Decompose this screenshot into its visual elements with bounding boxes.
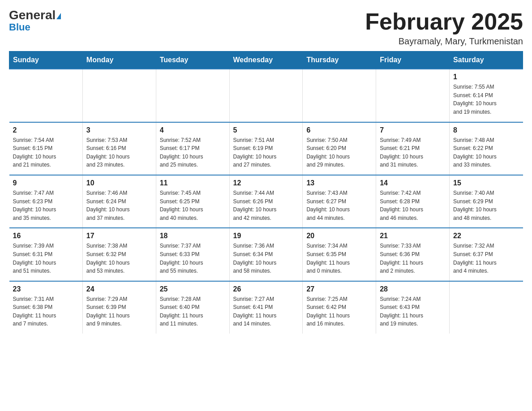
location: Bayramaly, Mary, Turkmenistan — [365, 36, 523, 47]
calendar-cell: 28Sunrise: 7:24 AMSunset: 6:43 PMDayligh… — [376, 281, 450, 334]
day-number: 5 — [233, 126, 299, 134]
col-thursday: Thursday — [303, 51, 376, 69]
day-info: Sunrise: 7:37 AMSunset: 6:33 PMDaylight:… — [160, 242, 226, 275]
day-number: 23 — [13, 285, 79, 293]
calendar-cell: 3Sunrise: 7:53 AMSunset: 6:16 PMDaylight… — [82, 122, 156, 175]
calendar-cell: 2Sunrise: 7:54 AMSunset: 6:15 PMDaylight… — [9, 122, 83, 175]
col-tuesday: Tuesday — [156, 51, 229, 69]
day-info: Sunrise: 7:25 AMSunset: 6:42 PMDaylight:… — [306, 295, 372, 328]
day-number: 17 — [86, 232, 152, 240]
day-info: Sunrise: 7:28 AMSunset: 6:40 PMDaylight:… — [160, 295, 226, 328]
day-info: Sunrise: 7:52 AMSunset: 6:17 PMDaylight:… — [160, 136, 226, 169]
day-number: 16 — [13, 232, 79, 240]
calendar-week-row: 16Sunrise: 7:39 AMSunset: 6:31 PMDayligh… — [9, 228, 523, 281]
day-info: Sunrise: 7:46 AMSunset: 6:24 PMDaylight:… — [86, 189, 152, 222]
day-info: Sunrise: 7:44 AMSunset: 6:26 PMDaylight:… — [233, 189, 299, 222]
day-number: 24 — [86, 285, 152, 293]
col-saturday: Saturday — [450, 51, 523, 69]
calendar-cell: 8Sunrise: 7:48 AMSunset: 6:22 PMDaylight… — [450, 122, 523, 175]
month-title: February 2025 — [365, 9, 523, 34]
calendar-cell: 24Sunrise: 7:29 AMSunset: 6:39 PMDayligh… — [82, 281, 156, 334]
calendar-cell: 9Sunrise: 7:47 AMSunset: 6:23 PMDaylight… — [9, 175, 83, 228]
day-info: Sunrise: 7:45 AMSunset: 6:25 PMDaylight:… — [160, 189, 226, 222]
col-friday: Friday — [376, 51, 450, 69]
day-number: 6 — [306, 126, 372, 134]
calendar-cell: 18Sunrise: 7:37 AMSunset: 6:33 PMDayligh… — [156, 228, 229, 281]
day-number: 9 — [13, 179, 79, 187]
day-info: Sunrise: 7:24 AMSunset: 6:43 PMDaylight:… — [380, 295, 446, 328]
day-info: Sunrise: 7:53 AMSunset: 6:16 PMDaylight:… — [86, 136, 152, 169]
day-info: Sunrise: 7:29 AMSunset: 6:39 PMDaylight:… — [86, 295, 152, 328]
day-number: 18 — [160, 232, 226, 240]
days-of-week-row: Sunday Monday Tuesday Wednesday Thursday… — [9, 51, 523, 69]
day-number: 27 — [306, 285, 372, 293]
day-number: 21 — [380, 232, 446, 240]
day-info: Sunrise: 7:47 AMSunset: 6:23 PMDaylight:… — [13, 189, 79, 222]
calendar-week-row: 1Sunrise: 7:55 AMSunset: 6:14 PMDaylight… — [9, 69, 523, 122]
calendar-header: Sunday Monday Tuesday Wednesday Thursday… — [9, 51, 523, 69]
day-info: Sunrise: 7:27 AMSunset: 6:41 PMDaylight:… — [233, 295, 299, 328]
day-info: Sunrise: 7:33 AMSunset: 6:36 PMDaylight:… — [380, 242, 446, 275]
logo-general: General — [9, 9, 61, 21]
day-number: 8 — [453, 126, 519, 134]
day-info: Sunrise: 7:49 AMSunset: 6:21 PMDaylight:… — [380, 136, 446, 169]
calendar-cell: 23Sunrise: 7:31 AMSunset: 6:38 PMDayligh… — [9, 281, 83, 334]
day-number: 11 — [160, 179, 226, 187]
calendar-cell: 21Sunrise: 7:33 AMSunset: 6:36 PMDayligh… — [376, 228, 450, 281]
col-wednesday: Wednesday — [229, 51, 303, 69]
day-number: 2 — [13, 126, 79, 134]
calendar-cell: 6Sunrise: 7:50 AMSunset: 6:20 PMDaylight… — [303, 122, 376, 175]
day-number: 20 — [306, 232, 372, 240]
day-info: Sunrise: 7:50 AMSunset: 6:20 PMDaylight:… — [306, 136, 372, 169]
calendar-cell: 12Sunrise: 7:44 AMSunset: 6:26 PMDayligh… — [229, 175, 303, 228]
title-block: February 2025 Bayramaly, Mary, Turkmenis… — [365, 9, 523, 47]
day-number: 7 — [380, 126, 446, 134]
calendar-cell — [229, 69, 303, 122]
day-info: Sunrise: 7:54 AMSunset: 6:15 PMDaylight:… — [13, 136, 79, 169]
day-info: Sunrise: 7:34 AMSunset: 6:35 PMDaylight:… — [306, 242, 372, 275]
calendar-cell: 22Sunrise: 7:32 AMSunset: 6:37 PMDayligh… — [450, 228, 523, 281]
calendar-week-row: 2Sunrise: 7:54 AMSunset: 6:15 PMDaylight… — [9, 122, 523, 175]
day-number: 10 — [86, 179, 152, 187]
day-info: Sunrise: 7:36 AMSunset: 6:34 PMDaylight:… — [233, 242, 299, 275]
logo-blue-text: Blue — [9, 21, 30, 33]
calendar-cell: 27Sunrise: 7:25 AMSunset: 6:42 PMDayligh… — [303, 281, 376, 334]
day-number: 19 — [233, 232, 299, 240]
day-number: 12 — [233, 179, 299, 187]
calendar-cell — [303, 69, 376, 122]
calendar-cell — [82, 69, 156, 122]
day-info: Sunrise: 7:39 AMSunset: 6:31 PMDaylight:… — [13, 242, 79, 275]
day-number: 1 — [453, 73, 519, 81]
day-number: 15 — [453, 179, 519, 187]
calendar-cell: 1Sunrise: 7:55 AMSunset: 6:14 PMDaylight… — [450, 69, 523, 122]
logo: General Blue — [9, 9, 61, 33]
calendar-cell — [450, 281, 523, 334]
day-number: 25 — [160, 285, 226, 293]
logo-blue: Blue — [9, 21, 30, 33]
calendar-cell: 15Sunrise: 7:40 AMSunset: 6:29 PMDayligh… — [450, 175, 523, 228]
calendar-cell: 14Sunrise: 7:42 AMSunset: 6:28 PMDayligh… — [376, 175, 450, 228]
calendar-cell: 11Sunrise: 7:45 AMSunset: 6:25 PMDayligh… — [156, 175, 229, 228]
day-info: Sunrise: 7:55 AMSunset: 6:14 PMDaylight:… — [453, 83, 519, 116]
day-info: Sunrise: 7:43 AMSunset: 6:27 PMDaylight:… — [306, 189, 372, 222]
calendar-cell: 5Sunrise: 7:51 AMSunset: 6:19 PMDaylight… — [229, 122, 303, 175]
calendar-week-row: 9Sunrise: 7:47 AMSunset: 6:23 PMDaylight… — [9, 175, 523, 228]
day-info: Sunrise: 7:42 AMSunset: 6:28 PMDaylight:… — [380, 189, 446, 222]
calendar-cell — [9, 69, 83, 122]
calendar-cell — [376, 69, 450, 122]
calendar-week-row: 23Sunrise: 7:31 AMSunset: 6:38 PMDayligh… — [9, 281, 523, 334]
day-number: 28 — [380, 285, 446, 293]
calendar-cell: 16Sunrise: 7:39 AMSunset: 6:31 PMDayligh… — [9, 228, 83, 281]
calendar-cell: 4Sunrise: 7:52 AMSunset: 6:17 PMDaylight… — [156, 122, 229, 175]
calendar-cell: 13Sunrise: 7:43 AMSunset: 6:27 PMDayligh… — [303, 175, 376, 228]
calendar-cell — [156, 69, 229, 122]
day-number: 13 — [306, 179, 372, 187]
day-number: 3 — [86, 126, 152, 134]
day-info: Sunrise: 7:51 AMSunset: 6:19 PMDaylight:… — [233, 136, 299, 169]
day-number: 4 — [160, 126, 226, 134]
calendar-cell: 19Sunrise: 7:36 AMSunset: 6:34 PMDayligh… — [229, 228, 303, 281]
calendar-cell: 26Sunrise: 7:27 AMSunset: 6:41 PMDayligh… — [229, 281, 303, 334]
col-sunday: Sunday — [9, 51, 83, 69]
calendar-body: 1Sunrise: 7:55 AMSunset: 6:14 PMDaylight… — [9, 69, 523, 334]
calendar-cell: 17Sunrise: 7:38 AMSunset: 6:32 PMDayligh… — [82, 228, 156, 281]
